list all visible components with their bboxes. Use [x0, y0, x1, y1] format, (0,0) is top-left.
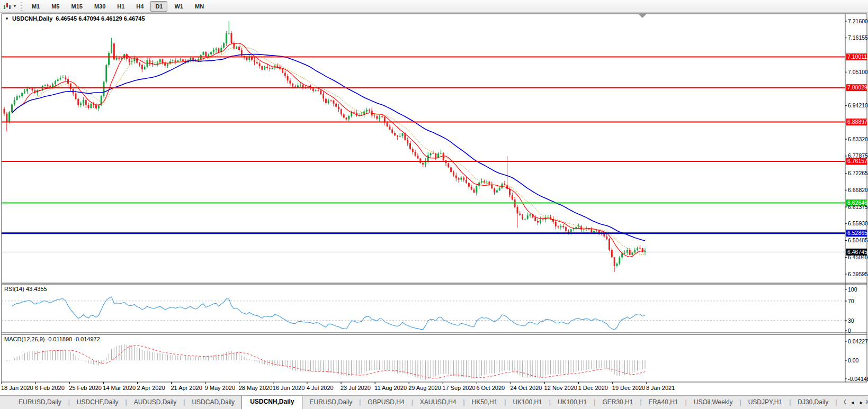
date-tick-label: 25 Feb 2020	[69, 385, 102, 391]
rsi-tick-label: 30	[848, 317, 854, 324]
timeframe-button-d1[interactable]: D1	[150, 1, 167, 12]
rsi-line	[12, 297, 646, 330]
rsi-pane: RSI(14) 43.435510070300	[2, 286, 857, 334]
macd-label: MACD(12,26,9) -0.011890 -0.014972	[4, 336, 100, 342]
chart-window[interactable]: 7.100117.000296.888976.761576.626466.528…	[0, 13, 868, 395]
tab-scroll-left-icon[interactable]: ◄	[850, 400, 855, 405]
date-tick-label: 29 Aug 2020	[408, 385, 441, 391]
tab-scroll-right-icon[interactable]: ►	[859, 400, 864, 405]
price-badge-label: 6.88897	[847, 119, 867, 125]
timeframe-button-m5[interactable]: M5	[47, 1, 64, 12]
ohlc-values: 6.46545 6.47094 6.46129 6.46745	[56, 15, 145, 22]
rsi-tick-label: 100	[848, 286, 857, 293]
timeframe-button-m30[interactable]: M30	[90, 1, 110, 12]
tab-fra40-h1[interactable]: FRA40,H1	[642, 396, 685, 409]
date-tick-label: 4 Jul 2020	[307, 385, 334, 391]
date-tick-label: 9 May 2020	[205, 385, 235, 391]
macd-tick-label: 0.042275	[848, 338, 868, 344]
tab-uk100-h1[interactable]: UK100,H1	[551, 396, 594, 409]
chart-tabs: EURUSD,Daily|USDCHF,Daily|AUDUSD,Daily|U…	[12, 395, 868, 409]
date-tick-label: 28 May 2020	[239, 385, 273, 391]
candlesticks	[4, 21, 646, 272]
tab-scroll-arrows: ◄ ►	[846, 399, 866, 406]
pane-frame	[2, 14, 867, 382]
price-badge-label: 6.52865	[847, 230, 867, 236]
price-tick-label: 6.77875	[848, 152, 868, 159]
tab-hk50-h1[interactable]: HK50,H1	[465, 396, 505, 409]
date-tick-label: 6 Oct 2020	[476, 385, 505, 391]
tab-usoil-weekly[interactable]: USOil,Weekly	[687, 396, 740, 409]
timeframe-button-h4[interactable]: H4	[131, 1, 148, 12]
chevron-down-icon[interactable]: ▼	[13, 4, 17, 8]
date-tick-label: 1 Dec 2020	[578, 385, 608, 391]
rsi-label: RSI(14) 43.4355	[4, 286, 47, 292]
price-tick-label: 7.05100	[848, 69, 868, 75]
collapse-triangle-icon[interactable]: ▼	[5, 16, 9, 21]
price-tick-label: 6.39595	[848, 271, 868, 277]
timeframe-button-w1[interactable]: W1	[169, 1, 188, 12]
date-tick-label: 11 Aug 2020	[374, 385, 407, 391]
macd-tick-label: 0.00	[848, 357, 859, 363]
date-tick-label: 16 Jun 2020	[273, 385, 305, 391]
chart-shift-marker-icon[interactable]	[639, 14, 646, 18]
ma-mid-line	[14, 47, 645, 255]
date-tick-label: 8 Jan 2021	[646, 385, 675, 391]
timeframe-button-mn[interactable]: MN	[190, 1, 209, 12]
macd-tick-label: -0.04148	[848, 376, 868, 382]
tab-ger30-h1[interactable]: GER30,H1	[595, 396, 640, 409]
date-tick-label: 17 Sep 2020	[442, 385, 475, 391]
tab-uk100-h1[interactable]: UK100,H1	[506, 396, 549, 409]
horizontal-level-lines[interactable]: 7.100117.000296.888976.761576.626466.528…	[2, 53, 867, 256]
timeframe-button-m1[interactable]: M1	[27, 1, 44, 12]
price-badge-label: 7.00029	[847, 84, 867, 90]
price-tick-label: 7.16155	[848, 34, 868, 41]
timeframe-buttons: M1M5M15M30H1H4D1W1MN	[26, 1, 210, 12]
tab-usdchf-daily[interactable]: USDCHF,Daily	[70, 396, 126, 409]
price-tick-label: 6.55930	[848, 220, 868, 226]
price-tick-label: 6.94210	[848, 102, 868, 108]
price-tick-label: 6.83320	[848, 136, 868, 142]
rsi-tick-label: 70	[848, 298, 854, 304]
tab-audusd-daily[interactable]: AUDUSD,Daily	[127, 396, 184, 409]
toolbar-grip	[21, 2, 22, 11]
chart-type-icon[interactable]	[3, 2, 12, 11]
period-toolbar: ▼ M1M5M15M30H1H4D1W1MN	[0, 0, 868, 13]
tab-usdcad-daily[interactable]: USDCAD,Daily	[185, 396, 241, 409]
date-tick-label: 24 Oct 2020	[511, 385, 542, 391]
tab-eurusd-daily[interactable]: EURUSD,Daily	[12, 396, 68, 409]
date-tick-label: 6 Feb 2020	[35, 385, 65, 391]
timeframe-button-m15[interactable]: M15	[66, 1, 87, 12]
timeframe-button-h1[interactable]: H1	[112, 1, 129, 12]
macd-pane: MACD(12,26,9) -0.011890 -0.0149720.04227…	[4, 336, 868, 382]
chart-canvas[interactable]: 7.100117.000296.888976.761576.626466.528…	[0, 13, 868, 395]
date-tick-label: 14 Mar 2020	[103, 385, 136, 391]
price-tick-label: 6.45040	[848, 254, 868, 260]
symbol-period-label: USDCNH,Daily	[12, 15, 52, 22]
date-tick-label: 23 Jul 2020	[341, 385, 371, 391]
tab-xauusd-h4[interactable]: XAUUSD,H4	[413, 396, 463, 409]
date-tick-label: 21 Apr 2020	[171, 385, 202, 391]
date-tick-label: 2 Apr 2020	[137, 385, 165, 391]
tab-usdjpy-h1[interactable]: USDJPY,H1	[741, 396, 789, 409]
macd-signal-line	[35, 346, 645, 378]
tab-gbpusd-h4[interactable]: GBPUSD,H4	[361, 396, 411, 409]
chart-title: ▼ USDCNH,Daily 6.46545 6.47094 6.46129 6…	[5, 15, 145, 22]
tab-dj30-daily[interactable]: DJ30,Daily	[791, 396, 835, 409]
ma-slow-line	[12, 54, 646, 241]
price-tick-label: 6.72265	[848, 170, 868, 176]
rsi-tick-label: 0	[848, 328, 851, 334]
price-tick-label: 6.66820	[848, 187, 868, 193]
price-badge-label: 7.10011	[847, 53, 867, 60]
chart-tab-bar: EURUSD,Daily|USDCHF,Daily|AUDUSD,Daily|U…	[0, 395, 868, 409]
date-axis: 18 Jan 20206 Feb 202025 Feb 202014 Mar 2…	[1, 382, 675, 391]
date-tick-label: 12 Nov 2020	[544, 385, 577, 391]
tab-usdcnh-daily[interactable]: USDCNH,Daily	[241, 395, 302, 409]
price-tick-label: 6.50485	[848, 237, 868, 243]
date-tick-label: 19 Dec 2020	[612, 385, 645, 391]
price-tick-label: 6.61375	[848, 204, 868, 210]
tab-eurusd-daily[interactable]: EURUSD,Daily	[302, 396, 359, 409]
price-tick-label: 7.21600	[848, 18, 868, 24]
date-tick-label: 18 Jan 2020	[1, 385, 33, 391]
